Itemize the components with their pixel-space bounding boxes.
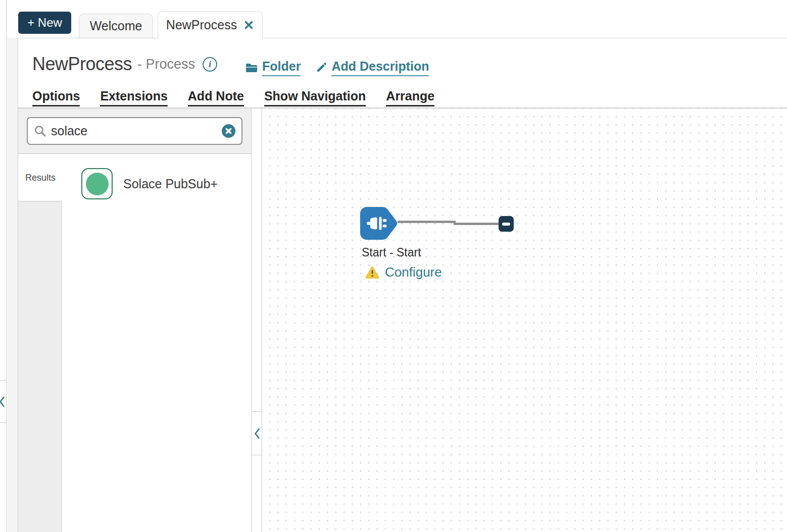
search-input[interactable] [51,124,217,138]
add-description-link-label: Add Description [331,59,429,76]
process-canvas[interactable]: Start - Start Configure [262,109,787,532]
tab-newprocess-label: NewProcess [166,18,237,32]
pencil-icon [316,62,327,73]
menu-item-add-note[interactable]: Add Note [188,89,244,107]
result-item-solace-pubsub[interactable]: Solace PubSub+ [81,168,218,199]
result-item-label: Solace PubSub+ [123,177,218,191]
tab-newprocess[interactable]: NewProcess [158,11,263,38]
process-builder-page: + New Welcome NewProcess NewProcess - Pr… [0,0,787,532]
configure-link[interactable]: Configure [385,264,442,280]
clear-x-icon [225,128,232,134]
results-tabstrip: Results [18,154,62,532]
add-description-link[interactable]: Add Description [316,59,429,76]
sidebar-canvas-gutter [251,109,262,532]
tab-close-button[interactable] [243,20,254,30]
header-title-row: NewProcess - Process i [32,54,217,75]
component-search-panel [18,109,251,154]
page-title: NewProcess [32,54,132,75]
connector-line [397,219,500,227]
close-icon [243,20,254,30]
menu-item-extensions[interactable]: Extensions [100,89,167,107]
menu-item-arrange[interactable]: Arrange [386,89,434,107]
search-box[interactable] [27,117,242,145]
clear-search-button[interactable] [222,124,235,138]
minus-icon [502,223,510,226]
process-type-label: - Process [137,57,195,72]
results-tab-label: Results [25,173,56,183]
results-tab[interactable]: Results [18,154,62,201]
card-top-border [18,38,787,38]
search-icon [34,125,46,137]
green-dot-icon [86,173,109,195]
info-icon[interactable]: i [203,57,217,72]
results-list: Solace PubSub+ [62,154,251,532]
chevron-left-icon [254,428,260,440]
start-shape [360,207,398,240]
menu-item-show-navigation[interactable]: Show Navigation [264,89,366,107]
tab-welcome[interactable]: Welcome [79,14,153,38]
sidebar-collapse-handle[interactable] [252,411,262,455]
menu-item-options[interactable]: Options [32,89,80,107]
outer-left-rail [0,0,7,532]
process-toolbar: Options Extensions Add Note Show Navigat… [32,89,434,107]
chevron-left-icon [0,396,5,408]
page-gutter-strip [7,38,18,532]
end-point-node[interactable] [499,216,514,232]
header-links-row: Folder Add Description [245,59,429,76]
new-tab-button[interactable]: + New [18,12,71,34]
tabstrip-filler [18,201,62,532]
start-node-label: Start - Start [362,246,421,259]
tab-welcome-label: Welcome [90,19,142,33]
connector-type-icon [81,168,113,199]
folder-icon [245,63,258,73]
outer-collapse-handle[interactable] [0,380,7,423]
start-node[interactable] [360,207,398,240]
configure-row: Configure [365,264,442,280]
folder-link-label: Folder [262,59,301,76]
folder-link[interactable]: Folder [245,59,301,76]
warning-icon [365,265,380,279]
